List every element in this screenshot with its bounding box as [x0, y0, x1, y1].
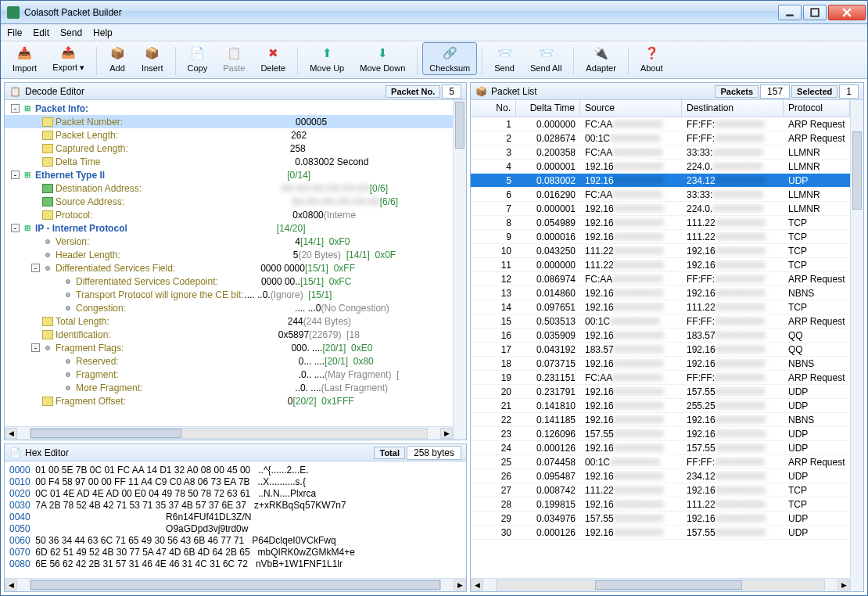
- packet-row[interactable]: 270.008742111.22XXXXXXXX192.16XXXXXXXXTC…: [471, 483, 850, 497]
- packet-row[interactable]: 100.043250111.22XXXXXXXX192.16XXXXXXXXTC…: [471, 244, 850, 258]
- tree-toggle[interactable]: -: [31, 264, 40, 272]
- toolbar-checksum[interactable]: 🔗Checksum: [422, 42, 477, 75]
- packet-row[interactable]: 220.141185192.16XXXXXXXX192.16XXXXXXXXNB…: [471, 413, 850, 427]
- toolbar-delete[interactable]: ✖Delete: [253, 42, 292, 75]
- col-source[interactable]: Source: [580, 100, 682, 117]
- packet-row[interactable]: 150.50351300:1CXXXXXXXXFF:FF:XXXXXXXXARP…: [471, 314, 850, 329]
- toolbar-export[interactable]: 📤Export ▾: [45, 41, 91, 75]
- tree-toggle[interactable]: -: [11, 104, 20, 113]
- col-destination[interactable]: Destination: [682, 100, 784, 117]
- menu-file[interactable]: File: [7, 27, 22, 38]
- maximize-button[interactable]: [803, 5, 827, 20]
- tree-row[interactable]: Identification:0x5897 (22679) [18: [5, 328, 453, 341]
- packet-row[interactable]: 190.231151FC:AAXXXXXXXXFF:FF:XXXXXXXXARP…: [471, 371, 850, 385]
- packet-row[interactable]: 130.014860192.16XXXXXXXX192.16XXXXXXXXNB…: [471, 286, 850, 300]
- packet-row[interactable]: 210.141810192.16XXXXXXXX255.25XXXXXXXXUD…: [471, 399, 850, 413]
- packet-row[interactable]: 250.07445800:1CXXXXXXXXFF:FF:XXXXXXXXARP…: [471, 455, 850, 469]
- toolbar-sendall[interactable]: 📨Send All: [523, 42, 569, 75]
- packet-row[interactable]: 50.083002192.16XXXXXXXX234.12XXXXXXXXUDP: [471, 174, 850, 188]
- packet-row[interactable]: 30.200358FC:AAXXXXXXXX33:33:XXXXXXXXLLMN…: [471, 145, 850, 160]
- tree-row[interactable]: Packet Number:000005: [5, 115, 453, 128]
- packet-row[interactable]: 230.126096157.55XXXXXXXX192.16XXXXXXXXUD…: [471, 427, 850, 441]
- tree-row[interactable]: -⊞Packet Info:: [5, 102, 453, 115]
- toolbar-about[interactable]: ❓About: [633, 42, 670, 75]
- toolbar-add[interactable]: 📦Add: [102, 42, 133, 75]
- tree-toggle[interactable]: -: [11, 171, 20, 179]
- hex-body[interactable]: 0000 01 00 5E 7B 0C 01 FC AA 14 D1 32 A0…: [5, 461, 466, 578]
- hex-line[interactable]: 0010 00 F4 58 97 00 00 FF 11 A4 C9 C0 A8…: [9, 476, 461, 488]
- toolbar-moveup[interactable]: ⬆Move Up: [303, 42, 351, 75]
- packet-row[interactable]: 160.035909192.16XXXXXXXX183.57XXXXXXXXQQ: [471, 329, 850, 343]
- tree-toggle[interactable]: -: [11, 224, 20, 232]
- packet-row[interactable]: 120.086974FC:AAXXXXXXXXFF:FF:XXXXXXXXARP…: [471, 272, 850, 286]
- tree-row[interactable]: -⊞Ethernet Type II [0/14]: [5, 168, 453, 181]
- hex-line[interactable]: 0060 50 36 34 44 63 6C 71 65 49 30 56 43…: [9, 535, 461, 547]
- hex-hscroll[interactable]: ◀▶: [5, 578, 466, 591]
- packetlist-hscroll[interactable]: ◀▶: [471, 578, 850, 591]
- toolbar-movedown[interactable]: ⬇Move Down: [353, 42, 412, 75]
- packet-row[interactable]: 70.000001192.16XXXXXXXX224.0.XXXXXXXXLLM…: [471, 202, 850, 216]
- toolbar-copy[interactable]: 📄Copy: [181, 42, 215, 75]
- decode-hscroll[interactable]: ◀▶: [5, 426, 453, 440]
- packet-row[interactable]: 280.199815192.16XXXXXXXX111.22XXXXXXXXTC…: [471, 497, 850, 512]
- toolbar-import[interactable]: 📥Import: [5, 42, 44, 75]
- col-protocol[interactable]: Protocol: [784, 100, 850, 117]
- tree-row[interactable]: Reserved:0... .... [20/1] 0x80: [5, 354, 453, 368]
- toolbar-insert[interactable]: 📦Insert: [135, 42, 170, 75]
- menu-edit[interactable]: Edit: [33, 27, 49, 38]
- decode-tree[interactable]: -⊞Packet Info:Packet Number:000005Packet…: [5, 100, 453, 426]
- packet-row[interactable]: 180.073715192.16XXXXXXXX192.16XXXXXXXXNB…: [471, 357, 850, 371]
- packet-row[interactable]: 140.097651192.16XXXXXXXX111.22XXXXXXXXTC…: [471, 300, 850, 314]
- tree-row[interactable]: -⊞IP - Internet Protocol [14/20]: [5, 221, 453, 235]
- hex-line[interactable]: 0050 O9aGDpd3vj9trd0w: [9, 523, 461, 535]
- tree-row[interactable]: More Fragment:..0. .... (Last Fragment): [5, 381, 453, 394]
- tree-row[interactable]: Differentiated Services Codepoint:0000 0…: [5, 275, 453, 288]
- toolbar-adapter[interactable]: 🔌Adapter: [579, 42, 623, 75]
- packet-row[interactable]: 110.000000111.22XXXXXXXX192.16XXXXXXXXTC…: [471, 258, 850, 272]
- decode-vscroll[interactable]: [453, 100, 466, 440]
- tree-row[interactable]: Version:4 [14/1] 0xF0: [5, 235, 453, 248]
- tree-row[interactable]: Captured Length:258: [5, 142, 453, 155]
- hex-line[interactable]: 0000 01 00 5E 7B 0C 01 FC AA 14 D1 32 A0…: [9, 465, 461, 476]
- col-no[interactable]: No.: [471, 100, 516, 117]
- packetlist-vscroll[interactable]: [850, 100, 863, 591]
- tree-row[interactable]: Total Length:244 (244 Bytes): [5, 314, 453, 328]
- packet-row[interactable]: 290.034976157.55XXXXXXXX192.16XXXXXXXXUD…: [471, 512, 850, 526]
- tree-row[interactable]: Destination Address:XX:XX:XX:XX:XX:XX [0…: [5, 181, 453, 195]
- tree-row[interactable]: Protocol:0x0800 (Interne: [5, 208, 453, 221]
- menu-send[interactable]: Send: [60, 27, 82, 38]
- tree-row[interactable]: Delta Time0.083002 Second: [5, 155, 453, 168]
- packet-row[interactable]: 260.095487192.16XXXXXXXX234.12XXXXXXXXUD…: [471, 469, 850, 483]
- packet-row[interactable]: 200.231791192.16XXXXXXXX157.55XXXXXXXXUD…: [471, 385, 850, 399]
- col-deltatime[interactable]: Delta Time: [516, 100, 580, 117]
- tree-row[interactable]: Packet Length:262: [5, 128, 453, 142]
- packet-row[interactable]: 40.000001192.16XXXXXXXX224.0.XXXXXXXXLLM…: [471, 160, 850, 174]
- tree-row[interactable]: Fragment Offset:0 [20/2] 0x1FFF: [5, 394, 453, 408]
- close-button[interactable]: [828, 5, 866, 20]
- packetlist-rows[interactable]: 10.000000FC:AAXXXXXXXXFF:FF:XXXXXXXXARP …: [471, 117, 850, 578]
- packetlist-columns[interactable]: No.Delta TimeSourceDestinationProtocol: [471, 100, 850, 117]
- packet-row[interactable]: 90.000016192.16XXXXXXXX111.22XXXXXXXXTCP: [471, 230, 850, 244]
- packet-row[interactable]: 170.043192183.57XXXXXXXX192.16XXXXXXXXQQ: [471, 343, 850, 357]
- tree-row[interactable]: Header Length:5 (20 Bytes) [14/1] 0x0F: [5, 248, 453, 261]
- tree-row[interactable]: -Differentiated Services Field:0000 0000…: [5, 261, 453, 275]
- packet-row[interactable]: 20.02867400:1CXXXXXXXXFF:FF:XXXXXXXXARP …: [471, 131, 850, 145]
- toolbar-send[interactable]: 📨Send: [487, 42, 522, 75]
- tree-row[interactable]: Fragment:.0.. .... (May Fragment) [: [5, 368, 453, 381]
- packet-row[interactable]: 10.000000FC:AAXXXXXXXXFF:FF:XXXXXXXXARP …: [471, 117, 850, 131]
- tree-row[interactable]: -Fragment Flags:000. .... [20/1] 0xE0: [5, 341, 453, 354]
- hex-line[interactable]: 0030 7A 2B 78 52 4B 42 71 53 71 35 37 4B…: [9, 500, 461, 512]
- hex-line[interactable]: 0040 R6n14FUf41DL3Z/N: [9, 512, 461, 523]
- tree-row[interactable]: Transport Protocol will ignore the CE bi…: [5, 288, 453, 301]
- packet-row[interactable]: 300.000126192.16XXXXXXXX157.55XXXXXXXXUD…: [471, 526, 850, 540]
- hex-line[interactable]: 0080 6E 56 62 42 2B 31 57 31 46 4E 46 31…: [9, 558, 461, 570]
- menu-help[interactable]: Help: [93, 27, 113, 38]
- tree-row[interactable]: Source Address:XX:XX:XX:XX:XX:XX [6/6]: [5, 195, 453, 208]
- packet-row[interactable]: 60.016290FC:AAXXXXXXXX33:33:XXXXXXXXLLMN…: [471, 188, 850, 202]
- minimize-button[interactable]: [778, 5, 802, 20]
- tree-row[interactable]: Congestion:.... ...0 (No Congestion): [5, 301, 453, 314]
- hex-line[interactable]: 0070 6D 62 51 49 52 4B 30 77 5A 47 4D 6B…: [9, 547, 461, 558]
- packet-row[interactable]: 80.054989192.16XXXXXXXX111.22XXXXXXXXTCP: [471, 216, 850, 230]
- hex-line[interactable]: 0020 0C 01 4E AD 4E AD 00 E0 04 49 78 50…: [9, 488, 461, 500]
- tree-toggle[interactable]: -: [31, 343, 40, 352]
